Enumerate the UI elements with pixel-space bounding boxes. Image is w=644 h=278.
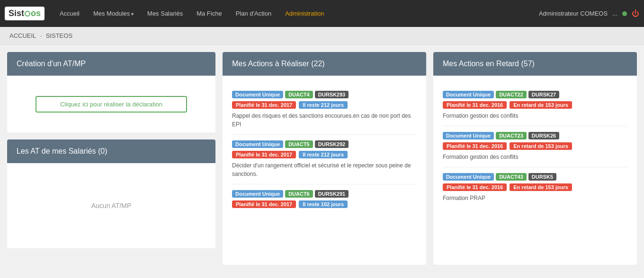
date-badge: Il reste 212 jours — [299, 151, 348, 158]
brand-logo[interactable]: Sistos — [5, 7, 45, 20]
actions-realiser-title: Mes Actions à Réaliser (22) — [232, 60, 325, 68]
badge-row: Document UniqueDUACT43DURSK5 — [443, 173, 627, 181]
action-item[interactable]: Document UniqueDUACT5DURSK292Planifié le… — [232, 135, 417, 184]
badge-row: Document UniqueDUACT6DURSK291 — [232, 190, 417, 198]
user-name: Administrateur COMEOS — [539, 10, 608, 17]
badge-row: Document UniqueDUACT23DURSK26 — [443, 132, 627, 139]
date-badge: Planifié le 31 dec. 2016 — [443, 142, 507, 150]
action-item[interactable]: Document UniqueDUACT4DURSK293Planifié le… — [232, 85, 417, 135]
date-badge: Planifié le 31 dec. 2016 — [443, 183, 507, 191]
at-salaries-header: Les AT de mes Salariés (0) — [7, 139, 215, 163]
no-atmp-text: Aucun AT/MP — [82, 183, 141, 228]
action-description: Formation PRAP — [443, 194, 627, 202]
breadcrumb: ACCUEIL - SISTEOS — [0, 27, 644, 45]
power-icon[interactable]: ⏻ — [632, 9, 639, 18]
tag-badge: DURSK292 — [315, 140, 349, 148]
date-row: Planifié le 31 dec. 2016En retard de 153… — [443, 183, 627, 191]
left-column: Création d'un AT/MP Cliquez ici pour réa… — [7, 52, 215, 248]
tag-badge: Document Unique — [443, 132, 494, 139]
action-item[interactable]: Document UniqueDUACT22DURSK27Planifié le… — [443, 85, 627, 126]
tag-badge: DURSK27 — [528, 91, 559, 98]
date-badge: Il reste 212 jours — [299, 101, 348, 109]
date-badge: Planifié le 31 dec. 2017 — [232, 200, 296, 208]
tag-badge: DUACT43 — [496, 173, 527, 181]
navbar: Sistos Accueil Mes Modules Mes Salariés … — [0, 0, 644, 27]
date-badge: En retard de 153 jours — [510, 183, 572, 191]
tag-badge: Document Unique — [232, 140, 283, 148]
actions-realiser-body: Document UniqueDUACT4DURSK293Planifié le… — [223, 76, 426, 265]
action-description: Formation gestion des conflits — [443, 112, 627, 120]
badge-row: Document UniqueDUACT4DURSK293 — [232, 91, 417, 98]
date-badge: En retard de 153 jours — [510, 142, 572, 150]
date-row: Planifié le 31 dec. 2017Il reste 212 jou… — [232, 151, 417, 158]
main-content: Création d'un AT/MP Cliquez ici pour réa… — [0, 45, 644, 272]
atmp-creation-header: Création d'un AT/MP — [7, 52, 215, 76]
tag-badge: DURSK26 — [528, 132, 559, 139]
date-badge: Planifié le 31 dec. 2017 — [232, 101, 296, 109]
date-row: Planifié le 31 dec. 2017Il reste 102 jou… — [232, 200, 417, 208]
breadcrumb-home[interactable]: ACCUEIL — [9, 32, 36, 39]
tag-badge: DURSK291 — [315, 190, 349, 198]
date-badge: Planifié le 31 dec. 2017 — [232, 151, 296, 158]
tag-badge: DURSK293 — [315, 91, 349, 98]
date-row: Planifié le 31 dec. 2017Il reste 212 jou… — [232, 101, 417, 109]
tag-badge: Document Unique — [443, 91, 494, 98]
action-item[interactable]: Document UniqueDUACT23DURSK26Planifié le… — [443, 126, 627, 167]
action-description: Décider d'un rangement officiel et sécur… — [232, 161, 417, 178]
nav-mes-salaries[interactable]: Mes Salariés — [142, 6, 188, 21]
tag-badge: DUACT4 — [285, 91, 313, 98]
actions-retard-body: Document UniqueDUACT22DURSK27Planifié le… — [433, 76, 637, 265]
declare-button[interactable]: Cliquez ici pour réaliser la déclaration — [36, 96, 187, 113]
actions-retard-card: Mes Actions en Retard (57) Document Uniq… — [433, 52, 637, 265]
actions-retard-header: Mes Actions en Retard (57) — [433, 52, 637, 76]
actions-realiser-card: Mes Actions à Réaliser (22) Document Uni… — [223, 52, 426, 265]
tag-badge: DUACT23 — [496, 132, 527, 139]
nav-ma-fiche[interactable]: Ma Fiche — [191, 6, 227, 21]
at-salaries-card: Les AT de mes Salariés (0) Aucun AT/MP — [7, 139, 215, 248]
tag-badge: DUACT22 — [496, 91, 527, 98]
action-item[interactable]: Document UniqueDUACT6DURSK291Planifié le… — [232, 184, 417, 217]
actions-retard-title: Mes Actions en Retard (57) — [443, 60, 535, 68]
date-badge: Planifié le 31 dec. 2016 — [443, 101, 507, 109]
tag-badge: DURSK5 — [528, 173, 556, 181]
action-description: Rappel des risques et des sanctions enco… — [232, 112, 417, 129]
atmp-creation-body: Cliquez ici pour réaliser la déclaration — [7, 76, 215, 132]
nav-plan-action[interactable]: Plan d'Action — [230, 6, 277, 21]
brand-circle-icon — [25, 11, 30, 17]
action-description: Formation gestion des conflits — [443, 153, 627, 161]
badge-row: Document UniqueDUACT5DURSK292 — [232, 140, 417, 148]
tag-badge: DUACT5 — [285, 140, 313, 148]
brand-text-eos: os — [31, 9, 41, 18]
user-menu-dots[interactable]: ... — [612, 10, 617, 17]
breadcrumb-separator: - — [40, 32, 42, 39]
nav-links: Accueil Mes Modules Mes Salariés Ma Fich… — [54, 6, 539, 21]
nav-administration[interactable]: Administration — [279, 6, 330, 21]
date-row: Planifié le 31 dec. 2016En retard de 153… — [443, 142, 627, 150]
date-row: Planifié le 31 dec. 2016En retard de 153… — [443, 101, 627, 109]
navbar-right: Administrateur COMEOS ... ⏻ — [539, 9, 639, 18]
tag-badge: DUACT6 — [285, 190, 313, 198]
online-status-icon — [622, 11, 627, 16]
tag-badge: Document Unique — [232, 91, 283, 98]
brand-text-sis: Sist — [9, 9, 24, 18]
action-item[interactable]: Document UniqueDUACT43DURSK5Planifié le … — [443, 167, 627, 208]
tag-badge: Document Unique — [232, 190, 283, 198]
actions-realiser-header: Mes Actions à Réaliser (22) — [223, 52, 426, 76]
at-salaries-body: Aucun AT/MP — [7, 163, 215, 248]
atmp-creation-title: Création d'un AT/MP — [17, 60, 86, 68]
breadcrumb-current: SISTEOS — [46, 32, 72, 39]
date-badge: Il reste 102 jours — [299, 200, 348, 208]
nav-mes-modules[interactable]: Mes Modules — [88, 6, 139, 21]
at-salaries-title: Les AT de mes Salariés (0) — [17, 147, 107, 155]
nav-accueil[interactable]: Accueil — [54, 6, 85, 21]
date-badge: En retard de 153 jours — [510, 101, 572, 109]
tag-badge: Document Unique — [443, 173, 494, 181]
atmp-creation-card: Création d'un AT/MP Cliquez ici pour réa… — [7, 52, 215, 132]
badge-row: Document UniqueDUACT22DURSK27 — [443, 91, 627, 98]
